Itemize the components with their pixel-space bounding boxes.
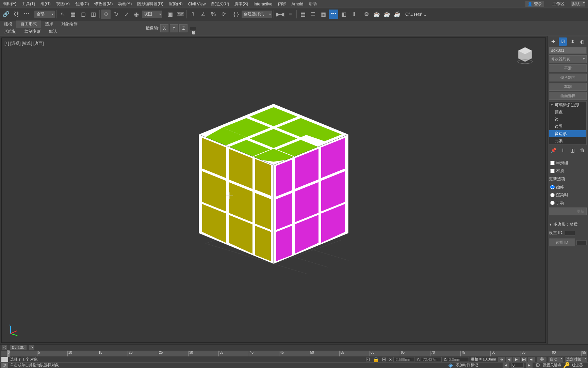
angle-snap-icon[interactable]: ∠: [198, 10, 208, 19]
subtab-default[interactable]: 默认: [45, 28, 61, 35]
placement-icon[interactable]: ◉: [132, 10, 141, 19]
editable-poly-item[interactable]: 可编辑多边形: [549, 102, 586, 109]
abs-rel-icon[interactable]: ⊞: [381, 357, 387, 362]
axis-z-button[interactable]: Z: [179, 24, 187, 32]
radio-manual[interactable]: 手动: [549, 200, 587, 206]
prev-frame-icon[interactable]: ◀: [506, 357, 512, 362]
ribbon-icon[interactable]: ▦: [318, 10, 328, 19]
smooth-group-checkbox[interactable]: [550, 161, 555, 165]
window-cross-icon[interactable]: ◫: [88, 10, 98, 19]
menu-civil[interactable]: Civil View: [188, 2, 206, 6]
select-icon[interactable]: ↖: [58, 10, 67, 19]
subobj-element[interactable]: 元素: [549, 137, 586, 144]
key-filter-dropdown[interactable]: 选定对象: [565, 357, 587, 362]
timeline-next[interactable]: >: [29, 345, 34, 350]
render-setup-icon[interactable]: ⚙: [362, 10, 371, 19]
render-frame-icon[interactable]: ☕: [372, 10, 381, 19]
menu-modifier[interactable]: 修改器(M): [94, 1, 113, 7]
radio-render-input[interactable]: [550, 193, 555, 197]
tab-select[interactable]: 选择: [41, 20, 57, 28]
menu-script[interactable]: 脚本(S): [234, 1, 248, 7]
create-tab-icon[interactable]: ✚: [549, 37, 557, 46]
lock-icon[interactable]: 🔒: [373, 357, 379, 362]
menu-render[interactable]: 渲染(R): [169, 1, 183, 7]
kbd-icon[interactable]: ⌨: [176, 10, 185, 19]
key-mode-icon[interactable]: 🔑: [564, 363, 570, 368]
tab-objpaint[interactable]: 对象绘制: [57, 20, 82, 28]
unique-icon[interactable]: ◫: [569, 146, 577, 154]
viewcube[interactable]: [515, 45, 535, 65]
update-button[interactable]: 更新: [549, 208, 587, 215]
filter-dropdown[interactable]: 全部: [34, 11, 55, 18]
next-frame-icon[interactable]: ▶|: [521, 357, 527, 362]
time-config-icon[interactable]: ⚙: [535, 363, 541, 368]
spinner-icon[interactable]: ⟳: [219, 10, 228, 19]
viewport-label[interactable]: [+] [透视] [标准] [边面]: [4, 41, 44, 46]
current-frame-input[interactable]: [511, 363, 524, 368]
send-button[interactable]: 送: [1, 363, 8, 368]
material-check[interactable]: 材质: [549, 168, 587, 174]
menu-group[interactable]: 组(G): [40, 1, 50, 7]
subobj-polygon[interactable]: 多边形: [549, 130, 586, 137]
subobj-vertex[interactable]: 顶点: [549, 109, 586, 116]
subtab-paintdeform[interactable]: 绘制变形: [20, 28, 45, 35]
align-icon[interactable]: ≡: [285, 10, 295, 19]
lathe-button[interactable]: 车削: [549, 83, 587, 91]
named-set-icon[interactable]: { }: [231, 10, 241, 19]
modify-tab-icon[interactable]: ☑: [559, 37, 567, 46]
add-time-tag[interactable]: 添加时间标记: [456, 363, 478, 368]
select-id-input[interactable]: [576, 240, 587, 245]
menu-edit[interactable]: 编辑(E): [3, 1, 16, 7]
menu-anim[interactable]: 动画(A): [118, 1, 132, 7]
smooth-group-check[interactable]: 半滑组: [549, 160, 587, 166]
snaps-icon[interactable]: 3: [188, 10, 198, 19]
surface-select-button[interactable]: 曲面选择: [549, 92, 587, 100]
workspace-dropdown[interactable]: 默认: [571, 1, 585, 6]
scale-icon[interactable]: ⤢: [121, 10, 131, 19]
auto-key-button[interactable]: 自动: [549, 357, 563, 362]
move-icon[interactable]: ✥: [101, 10, 111, 19]
render-prod-icon[interactable]: ☕: [392, 10, 402, 19]
material-checkbox[interactable]: [550, 169, 555, 173]
named-set-dropdown[interactable]: 创建选择集: [242, 11, 272, 18]
key-prev-icon[interactable]: ◀: [503, 363, 509, 368]
menu-help[interactable]: 帮助: [309, 1, 317, 7]
set-keys-button[interactable]: 设置关键点: [543, 363, 561, 368]
axis-x-button[interactable]: X: [160, 24, 168, 32]
curve-editor-icon[interactable]: 〜: [329, 10, 338, 19]
viewport[interactable]: [+] [透视] [标准] [边面] z: [1, 37, 546, 343]
menu-graph[interactable]: 图形编辑器(D): [137, 1, 163, 7]
menu-create[interactable]: 创建(C): [75, 1, 89, 7]
select-name-icon[interactable]: ▦: [68, 10, 78, 19]
subobj-edge[interactable]: 边: [549, 116, 586, 123]
menu-tools[interactable]: 工具(T): [22, 1, 35, 7]
lock-selection-icon[interactable]: ⊡: [365, 357, 371, 362]
schematic-icon[interactable]: ◧: [339, 10, 348, 19]
subtab-shapedraw[interactable]: 形绘制: [0, 28, 20, 35]
key-next-icon[interactable]: ▶: [526, 363, 533, 368]
rubiks-cube-model[interactable]: [178, 83, 369, 274]
hierarchy-tab-icon[interactable]: ⬍: [569, 37, 577, 46]
radio-manual-input[interactable]: [550, 201, 555, 205]
goto-end-icon[interactable]: ⏭: [528, 357, 535, 362]
tab-freeform[interactable]: 自由形式: [16, 20, 41, 28]
radio-always[interactable]: 始终: [549, 184, 587, 190]
unlink-icon[interactable]: ⛓: [12, 10, 21, 19]
timeline-prev[interactable]: <: [2, 345, 7, 350]
object-name-input[interactable]: [549, 47, 587, 54]
poly-material-heading[interactable]: 多边形：材质: [549, 221, 587, 228]
axis-y-button[interactable]: Y: [170, 24, 178, 32]
motion-tab-icon[interactable]: ◐: [578, 37, 586, 46]
pin-icon[interactable]: 📌: [549, 146, 557, 154]
subobj-border[interactable]: 边界: [549, 123, 586, 130]
menu-interactive[interactable]: Interactive: [254, 2, 272, 6]
goto-start-icon[interactable]: ⏮: [498, 357, 505, 362]
show-end-icon[interactable]: Ⅰ: [559, 146, 567, 154]
menu-arnold[interactable]: Arnold: [292, 2, 304, 6]
remove-icon[interactable]: 🗑: [578, 146, 586, 154]
login-button[interactable]: 👤 登录: [525, 1, 544, 7]
layer-explorer-icon[interactable]: ☰: [308, 10, 318, 19]
percent-snap-icon[interactable]: %: [209, 10, 218, 19]
mirror-icon[interactable]: ▶◀: [275, 10, 285, 19]
y-input[interactable]: [421, 357, 442, 362]
